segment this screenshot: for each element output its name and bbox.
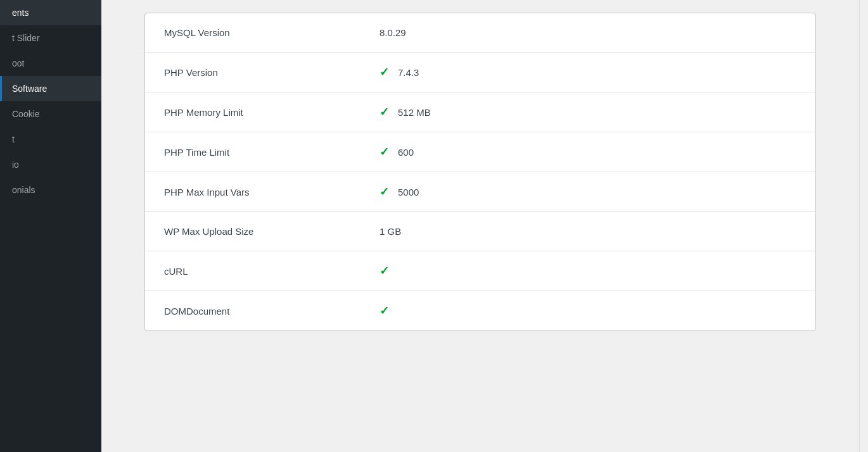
row-label-php-time-limit: PHP Time Limit (145, 132, 361, 172)
table-row-wp-max-upload-size: WP Max Upload Size1 GB (145, 212, 815, 251)
sidebar-item-label-software: Software (12, 84, 91, 94)
value-text-php-time-limit: 600 (398, 147, 414, 158)
sidebar-item-onials[interactable]: onials (0, 177, 101, 203)
row-label-mysql-version: MySQL Version (145, 13, 361, 53)
sidebar-item-label-t-slider: t Slider (12, 33, 91, 43)
sidebar-item-label-io: io (12, 160, 91, 170)
row-value-mysql-version: 8.0.29 (361, 13, 815, 53)
table-row-php-memory-limit: PHP Memory Limit✓512 MB (145, 92, 815, 132)
value-text-wp-max-upload-size: 1 GB (380, 226, 401, 237)
check-icon-curl: ✓ (380, 265, 389, 277)
check-icon-php-memory-limit: ✓ (380, 106, 389, 118)
table-row-php-time-limit: PHP Time Limit✓600 (145, 132, 815, 172)
sidebar-item-io[interactable]: io (0, 152, 101, 177)
row-value-curl: ✓ (361, 251, 815, 291)
row-value-php-max-input-vars: ✓5000 (361, 172, 815, 212)
row-value-php-version: ✓7.4.3 (361, 53, 815, 92)
sidebar-item-oot[interactable]: oot (0, 51, 101, 76)
value-text-php-version: 7.4.3 (398, 67, 419, 78)
scrollbar-area[interactable] (859, 0, 868, 452)
system-info-table: MySQL Version8.0.29PHP Version✓7.4.3PHP … (145, 13, 815, 330)
value-text-mysql-version: 8.0.29 (380, 27, 406, 38)
row-value-wp-max-upload-size: 1 GB (361, 212, 815, 251)
table-row-domdocument: DOMDocument✓ (145, 291, 815, 331)
row-label-php-version: PHP Version (145, 53, 361, 92)
table-row-mysql-version: MySQL Version8.0.29 (145, 13, 815, 53)
row-value-domdocument: ✓ (361, 291, 815, 331)
value-text-php-memory-limit: 512 MB (398, 107, 431, 118)
info-card: MySQL Version8.0.29PHP Version✓7.4.3PHP … (144, 13, 816, 331)
sidebar-item-cookie[interactable]: Cookie (0, 101, 101, 127)
row-label-php-max-input-vars: PHP Max Input Vars (145, 172, 361, 212)
sidebar: entst SliderootSoftwareCookietioonials (0, 0, 101, 452)
check-icon-php-max-input-vars: ✓ (380, 186, 389, 198)
table-row-php-max-input-vars: PHP Max Input Vars✓5000 (145, 172, 815, 212)
row-label-php-memory-limit: PHP Memory Limit (145, 92, 361, 132)
sidebar-item-label-ents: ents (12, 8, 91, 18)
row-value-php-memory-limit: ✓512 MB (361, 92, 815, 132)
check-icon-php-time-limit: ✓ (380, 146, 389, 158)
row-label-curl: cURL (145, 251, 361, 291)
row-label-wp-max-upload-size: WP Max Upload Size (145, 212, 361, 251)
sidebar-item-software[interactable]: Software (0, 76, 101, 101)
main-content: MySQL Version8.0.29PHP Version✓7.4.3PHP … (101, 0, 859, 452)
table-row-php-version: PHP Version✓7.4.3 (145, 53, 815, 92)
sidebar-item-label-onials: onials (12, 185, 91, 195)
sidebar-item-t-slider[interactable]: t Slider (0, 25, 101, 51)
sidebar-item-t[interactable]: t (0, 127, 101, 152)
sidebar-item-ents[interactable]: ents (0, 0, 101, 25)
value-text-php-max-input-vars: 5000 (398, 187, 419, 198)
check-icon-domdocument: ✓ (380, 305, 389, 317)
sidebar-item-label-t: t (12, 134, 91, 144)
sidebar-item-label-oot: oot (12, 58, 91, 68)
check-icon-php-version: ✓ (380, 66, 389, 78)
row-label-domdocument: DOMDocument (145, 291, 361, 331)
table-row-curl: cURL✓ (145, 251, 815, 291)
sidebar-item-label-cookie: Cookie (12, 109, 91, 119)
row-value-php-time-limit: ✓600 (361, 132, 815, 172)
